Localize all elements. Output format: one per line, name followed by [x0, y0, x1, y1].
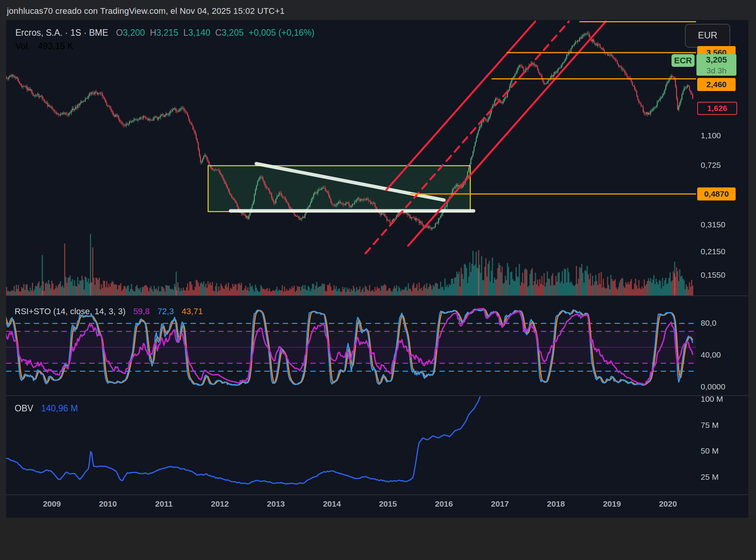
ohlc-open: O3,200 [116, 28, 145, 38]
obv-tick-75 M[interactable]: 75 M [701, 421, 747, 430]
change-value: +0,005 (+0,16%) [249, 28, 314, 38]
rsi-tick-40,00[interactable]: 40,00 [701, 350, 747, 360]
price-alert-badge-0,4870: 0,4870 [697, 187, 736, 200]
symbol-title[interactable]: Ercros, S.A. · 1S · BME [15, 28, 108, 38]
year-label-2016[interactable]: 2016 [429, 499, 459, 509]
year-label-2017[interactable]: 2017 [484, 499, 515, 509]
current-price: 3,205 [696, 54, 736, 66]
rsi-value: 59,8 [133, 307, 150, 316]
obv-tick-50 M[interactable]: 50 M [701, 446, 747, 456]
ohlc-high: H3,215 [150, 28, 178, 38]
symbol-legend[interactable]: Ercros, S.A. · 1S · BME O3,200 H3,215 L3… [15, 28, 315, 38]
year-label-2019[interactable]: 2019 [597, 499, 627, 509]
attribution-header: jonhlucas70 creado con TradingView.com, … [7, 6, 285, 16]
currency-toggle-button[interactable]: EUR [685, 24, 730, 48]
symbol-flag-badge: ECR [671, 54, 695, 67]
year-label-2010[interactable]: 2010 [93, 499, 123, 509]
volume-label: Vol. [15, 41, 30, 51]
volume-legend: Vol. 493,15 K [15, 41, 73, 51]
rsi-title: RSI+STO (14, close, 14, 3, 3) [15, 307, 126, 316]
obv-value: 140,96 M [41, 403, 78, 413]
obv-indicator-legend[interactable]: OBV 140,96 M [15, 403, 78, 414]
rsi-tick-80,0[interactable]: 80,0 [701, 318, 747, 328]
year-label-2011[interactable]: 2011 [149, 499, 179, 509]
price-tick-0,3150[interactable]: 0,3150 [701, 220, 747, 229]
year-label-2009[interactable]: 2009 [36, 499, 67, 509]
year-label-2013[interactable]: 2013 [260, 499, 291, 509]
year-label-2018[interactable]: 2018 [540, 499, 571, 509]
ohlc-close: C3,205 [215, 28, 244, 38]
year-label-2015[interactable]: 2015 [373, 499, 403, 509]
year-label-2020[interactable]: 2020 [653, 499, 683, 509]
rsi-indicator-legend[interactable]: RSI+STO (14, close, 14, 3, 3) 59,8 72,3 … [15, 307, 203, 316]
obv-tick-100 M[interactable]: 100 M [701, 394, 747, 404]
price-tick-0,2150[interactable]: 0,2150 [701, 247, 747, 256]
bar-countdown: 3d 3h [696, 66, 736, 76]
price-alert-badge-2,460: 2,460 [697, 78, 736, 91]
stoch-d-value: 43,71 [182, 307, 203, 316]
stoch-k-value: 72,3 [158, 307, 174, 316]
price-alert-badge-red: 1,626 [697, 102, 737, 115]
year-label-2012[interactable]: 2012 [204, 499, 235, 509]
price-tick-1,100[interactable]: 1,100 [701, 131, 747, 140]
current-price-badge: 3,2053d 3h [696, 54, 736, 76]
year-label-2014[interactable]: 2014 [317, 499, 347, 509]
ohlc-low: L3,140 [183, 28, 210, 38]
bottom-bar: TradingView [0, 518, 756, 560]
price-tick-0,1550[interactable]: 0,1550 [701, 270, 747, 280]
price-tick-0,725[interactable]: 0,725 [701, 161, 747, 170]
chart-widget[interactable] [6, 20, 748, 518]
obv-label: OBV [15, 403, 33, 413]
tradingview-screenshot: jonhlucas70 creado con TradingView.com, … [0, 0, 756, 560]
volume-value: 493,15 K [38, 41, 73, 51]
rsi-tick-0,0000[interactable]: 0,0000 [701, 382, 747, 391]
obv-tick-25 M[interactable]: 25 M [701, 472, 747, 482]
right-frame-strip [748, 20, 756, 518]
